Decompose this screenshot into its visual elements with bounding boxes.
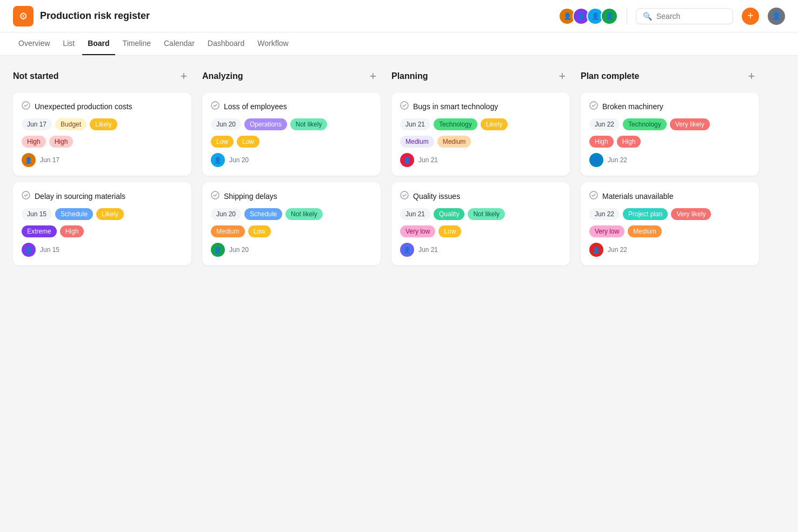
- tags-row-2: Very lowLow: [400, 225, 561, 237]
- header: ⚙ Production risk register 👤 👤 👤 👤 🔍 + 👤: [0, 0, 798, 32]
- nav-dashboard[interactable]: Dashboard: [202, 32, 250, 55]
- card-footer: 👤Jun 17: [22, 153, 183, 167]
- card-title-row: Bugs in smart technology: [400, 101, 561, 112]
- tag: Likely: [96, 208, 124, 220]
- tags-row-1: Jun 20OperationsNot likely: [211, 118, 372, 130]
- card-avatar: 👤: [589, 153, 603, 167]
- card-avatar: 👤: [211, 153, 225, 167]
- card-card-4[interactable]: Shipping delaysJun 20ScheduleNot likelyM…: [202, 182, 381, 265]
- column-header-planning: Planning+: [391, 69, 570, 84]
- card-date: Jun 17: [40, 156, 59, 164]
- card-title-text: Delay in sourcing materials: [35, 192, 125, 201]
- board: Not started+Unexpected production costsJ…: [0, 56, 798, 285]
- tags-row-1: Jun 22Project planVery likely: [589, 208, 750, 220]
- card-date: Jun 21: [418, 156, 438, 164]
- card-title-row: Materials unavailable: [589, 191, 750, 202]
- card-avatar: 👤: [22, 243, 36, 257]
- column-planning: Planning+Bugs in smart technologyJun 21T…: [391, 69, 570, 272]
- nav-bar: Overview List Board Timeline Calendar Da…: [0, 32, 798, 56]
- card-date: Jun 20: [229, 156, 249, 164]
- card-title-row: Loss of employees: [211, 101, 372, 112]
- card-avatar: 👤: [400, 243, 414, 257]
- column-not-started: Not started+Unexpected production costsJ…: [13, 69, 191, 272]
- check-icon: [589, 101, 598, 112]
- tag: Medium: [400, 136, 434, 148]
- avatar-4: 👤: [601, 8, 618, 25]
- card-footer: 👤Jun 22: [589, 243, 750, 257]
- app-title: Production risk register: [40, 10, 150, 22]
- tags-row-1: Jun 15ScheduleLikely: [22, 208, 183, 220]
- tag: Not likely: [290, 118, 328, 130]
- card-card-1[interactable]: Unexpected production costsJun 17BudgetL…: [13, 92, 191, 176]
- card-card-6[interactable]: Quality issuesJun 21QualityNot likelyVer…: [391, 182, 570, 265]
- card-title-row: Unexpected production costs: [22, 101, 183, 112]
- tag: Quality: [434, 208, 464, 220]
- tag: Low: [211, 136, 234, 148]
- card-date: Jun 20: [229, 246, 249, 254]
- add-card-btn-plan-complete[interactable]: +: [744, 69, 759, 84]
- column-header-not-started: Not started+: [13, 69, 191, 84]
- card-date: Jun 22: [608, 246, 627, 254]
- tags-row-1: Jun 20ScheduleNot likely: [211, 208, 372, 220]
- tag: Budget: [55, 118, 87, 130]
- check-icon: [211, 191, 220, 202]
- card-card-3[interactable]: Loss of employeesJun 20OperationsNot lik…: [202, 92, 381, 176]
- nav-overview[interactable]: Overview: [13, 32, 55, 55]
- search-input[interactable]: [656, 12, 726, 21]
- tag: Technology: [434, 118, 477, 130]
- column-plan-complete: Plan complete+Broken machineryJun 22Tech…: [581, 69, 759, 272]
- column-title-plan-complete: Plan complete: [581, 71, 639, 81]
- tag: Jun 21: [400, 208, 430, 220]
- nav-board[interactable]: Board: [82, 32, 115, 55]
- card-title-text: Loss of employees: [224, 102, 287, 111]
- add-button[interactable]: +: [742, 8, 759, 25]
- tags-row-2: HighHigh: [589, 136, 750, 148]
- card-footer: 👤Jun 20: [211, 153, 372, 167]
- add-card-btn-planning[interactable]: +: [555, 69, 570, 84]
- tag: Not likely: [285, 208, 323, 220]
- tag: Jun 21: [400, 118, 430, 130]
- tag: Low: [237, 136, 260, 148]
- user-avatar: 👤: [768, 8, 785, 25]
- card-card-5[interactable]: Bugs in smart technologyJun 21Technology…: [391, 92, 570, 176]
- tag: Extreme: [22, 225, 57, 237]
- card-avatar: 👤: [400, 153, 414, 167]
- check-icon: [400, 191, 409, 202]
- add-card-btn-not-started[interactable]: +: [176, 69, 191, 84]
- header-right: 👤 👤 👤 👤 🔍 + 👤: [558, 8, 785, 25]
- card-avatar: 👤: [211, 243, 225, 257]
- column-header-analyzing: Analyzing+: [202, 69, 381, 84]
- card-title-text: Bugs in smart technology: [413, 102, 498, 111]
- add-card-btn-analyzing[interactable]: +: [365, 69, 381, 84]
- app-icon: ⚙: [13, 6, 34, 26]
- card-date: Jun 22: [608, 156, 627, 164]
- card-title-text: Broken machinery: [602, 102, 663, 111]
- tags-row-2: LowLow: [211, 136, 372, 148]
- tag: High: [60, 225, 84, 237]
- card-date: Jun 15: [40, 246, 59, 254]
- card-title-text: Shipping delays: [224, 192, 277, 201]
- card-card-2[interactable]: Delay in sourcing materialsJun 15Schedul…: [13, 182, 191, 265]
- card-title-text: Materials unavailable: [602, 192, 674, 201]
- nav-calendar[interactable]: Calendar: [158, 32, 200, 55]
- tag: Medium: [437, 136, 471, 148]
- nav-list[interactable]: List: [57, 32, 80, 55]
- tag: High: [589, 136, 614, 148]
- card-avatar: 👤: [22, 153, 36, 167]
- tag: Project plan: [623, 208, 668, 220]
- column-analyzing: Analyzing+Loss of employeesJun 20Operati…: [202, 69, 381, 272]
- card-card-8[interactable]: Materials unavailableJun 22Project planV…: [581, 182, 759, 265]
- header-left: ⚙ Production risk register: [13, 6, 150, 26]
- card-card-7[interactable]: Broken machineryJun 22TechnologyVery lik…: [581, 92, 759, 176]
- tags-row-1: Jun 22TechnologyVery likely: [589, 118, 750, 130]
- card-title-row: Broken machinery: [589, 101, 750, 112]
- card-footer: 👤Jun 22: [589, 153, 750, 167]
- nav-timeline[interactable]: Timeline: [117, 32, 156, 55]
- nav-workflow[interactable]: Workflow: [252, 32, 294, 55]
- tag: Very likely: [671, 208, 711, 220]
- search-box[interactable]: 🔍: [636, 8, 733, 24]
- column-title-analyzing: Analyzing: [202, 71, 243, 81]
- tags-row-2: HighHigh: [22, 136, 183, 148]
- card-footer: 👤Jun 20: [211, 243, 372, 257]
- tags-row-2: MediumLow: [211, 225, 372, 237]
